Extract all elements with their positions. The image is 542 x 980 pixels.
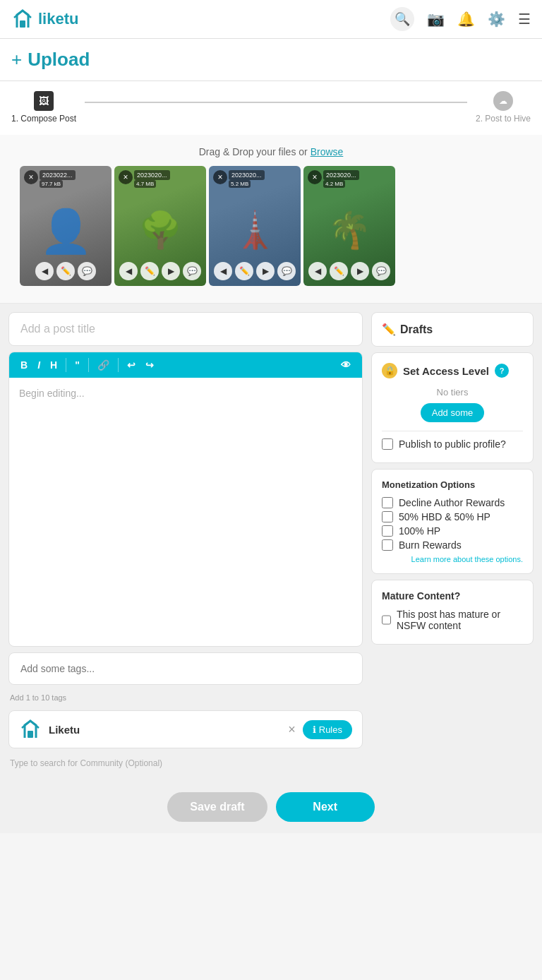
add-some-button[interactable]: Add some xyxy=(421,403,485,422)
link-button[interactable]: 🔗 xyxy=(93,357,114,374)
thumb-2-actions: ◀ ✏️ ▶ 💬 xyxy=(119,262,201,280)
step-connector xyxy=(85,102,467,103)
italic-button[interactable]: I xyxy=(33,357,44,374)
thumb-2-right[interactable]: ▶ xyxy=(162,262,180,280)
mature-content-card: Mature Content? This post has mature or … xyxy=(371,580,534,645)
thumb-3-left[interactable]: ◀ xyxy=(214,262,232,280)
thumb-2-chat[interactable]: 💬 xyxy=(183,262,201,280)
steps-bar: 🖼 1. Compose Post ☁ 2. Post to Hive xyxy=(0,81,542,135)
thumb-3-chat[interactable]: 💬 xyxy=(277,262,296,280)
bell-icon[interactable]: 🔔 xyxy=(457,11,475,28)
community-name: Liketu xyxy=(49,724,281,736)
step-2-label: 2. Post to Hive xyxy=(476,114,531,124)
thumb-1-chat[interactable]: 💬 xyxy=(78,262,96,280)
toolbar-sep-1 xyxy=(66,358,66,372)
svg-rect-0 xyxy=(20,20,25,28)
access-lock-icon: 🔒 xyxy=(382,363,397,378)
bottom-bar: Save draft Next xyxy=(0,781,542,833)
100hp-row: 100% HP xyxy=(382,525,523,537)
drafts-icon: ✏️ xyxy=(382,323,396,336)
bold-button[interactable]: B xyxy=(16,357,32,374)
hbd-hp-row: 50% HBD & 50% HP xyxy=(382,511,523,522)
tags-input[interactable] xyxy=(8,652,363,685)
remove-thumb-4[interactable]: × xyxy=(308,170,322,184)
preview-button[interactable]: 👁 xyxy=(337,357,355,374)
thumbnail-4[interactable]: × 2023020... 4.2 MB 🌴 ◀ ✏️ ▶ 💬 xyxy=(303,166,395,286)
save-draft-button[interactable]: Save draft xyxy=(167,792,267,822)
100hp-checkbox[interactable] xyxy=(382,525,393,537)
remove-thumb-3[interactable]: × xyxy=(213,170,227,184)
redo-button[interactable]: ↪ xyxy=(141,357,158,374)
dropzone[interactable]: Drag & Drop your files or Browse × 20230… xyxy=(0,135,542,304)
thumb-3-right[interactable]: ▶ xyxy=(256,262,275,280)
thumb-2-edit[interactable]: ✏️ xyxy=(140,262,159,280)
thumbnail-1[interactable]: × 2023022... 97.7 kB 👤 ◀ ✏️ 💬 xyxy=(20,166,112,286)
thumb-1-label: 2023022... xyxy=(40,170,76,180)
thumbnail-3[interactable]: × 2023020... 5.2 MB 🗼 ◀ ✏️ ▶ 💬 xyxy=(209,166,301,286)
right-panel: ✏️ Drafts 🔒 Set Access Level ? No tiers … xyxy=(371,312,534,772)
thumb-1-edit[interactable]: ✏️ xyxy=(56,262,75,280)
access-title: 🔒 Set Access Level ? xyxy=(382,363,523,378)
thumb-4-edit[interactable]: ✏️ xyxy=(330,262,348,280)
access-help-button[interactable]: ? xyxy=(495,364,509,378)
thumb-4-right[interactable]: ▶ xyxy=(351,262,369,280)
editor-body[interactable]: Begin editing... xyxy=(9,378,362,646)
step-2: ☁ 2. Post to Hive xyxy=(476,91,531,124)
community-remove-button[interactable]: × xyxy=(288,722,296,737)
remove-thumb-2[interactable]: × xyxy=(119,170,133,184)
thumbnails-row: × 2023022... 97.7 kB 👤 ◀ ✏️ 💬 × 2023020.… xyxy=(11,166,531,292)
page-title-bar: + Upload xyxy=(0,39,542,81)
thumb-2-left[interactable]: ◀ xyxy=(119,262,138,280)
step-2-icon: ☁ xyxy=(493,91,513,111)
thumb-2-size: 4.7 MB xyxy=(134,180,156,188)
community-logo-icon xyxy=(19,718,42,741)
thumb-3-size: 5.2 MB xyxy=(229,180,251,188)
post-title-input[interactable] xyxy=(8,312,363,346)
toolbar-sep-2 xyxy=(88,358,89,372)
next-button[interactable]: Next xyxy=(276,792,375,822)
undo-button[interactable]: ↩ xyxy=(123,357,140,374)
thumb-4-left[interactable]: ◀ xyxy=(308,262,327,280)
monetization-card: Monetization Options Decline Author Rewa… xyxy=(371,469,534,574)
thumb-2-label: 2023020... xyxy=(134,170,170,180)
gear-icon[interactable]: ⚙️ xyxy=(488,11,505,28)
logo-text: liketu xyxy=(38,10,78,28)
thumb-4-chat[interactable]: 💬 xyxy=(372,262,390,280)
thumb-3-actions: ◀ ✏️ ▶ 💬 xyxy=(214,262,296,280)
publish-public-checkbox[interactable] xyxy=(382,438,393,450)
hbd-hp-checkbox[interactable] xyxy=(382,511,393,522)
search-icon[interactable]: 🔍 xyxy=(390,7,414,31)
header-icons: 🔍 📷 🔔 ⚙️ ☰ xyxy=(390,7,531,31)
thumb-4-actions: ◀ ✏️ ▶ 💬 xyxy=(308,262,390,280)
logo-icon xyxy=(11,8,34,30)
thumb-4-label: 2023020... xyxy=(323,170,359,180)
thumb-1-size: 97.7 kB xyxy=(40,180,63,188)
step-1: 🖼 1. Compose Post xyxy=(11,91,76,124)
thumb-1-actions: ◀ ✏️ 💬 xyxy=(35,262,96,280)
mature-content-checkbox[interactable] xyxy=(382,614,391,626)
logo[interactable]: liketu xyxy=(11,8,78,30)
editor-toolbar: B I H " 🔗 ↩ ↪ 👁 xyxy=(9,352,362,378)
thumb-1-left[interactable]: ◀ xyxy=(35,262,54,280)
thumbnail-2[interactable]: × 2023020... 4.7 MB 🌳 ◀ ✏️ ▶ 💬 xyxy=(114,166,206,286)
thumb-3-edit[interactable]: ✏️ xyxy=(235,262,253,280)
remove-thumb-1[interactable]: × xyxy=(24,170,38,184)
menu-icon[interactable]: ☰ xyxy=(518,11,531,28)
add-icon[interactable]: + xyxy=(11,49,22,71)
camera-icon[interactable]: 📷 xyxy=(427,11,445,28)
decline-rewards-checkbox[interactable] xyxy=(382,497,393,508)
rules-button[interactable]: ℹ Rules xyxy=(303,720,352,739)
decline-rewards-row: Decline Author Rewards xyxy=(382,497,523,508)
monetization-title: Monetization Options xyxy=(382,479,523,490)
info-icon: ℹ xyxy=(313,724,316,735)
no-tiers-text: No tiers xyxy=(382,387,523,398)
learn-more-link[interactable]: Learn more about these options. xyxy=(382,555,523,563)
toolbar-sep-3 xyxy=(118,358,119,372)
mature-title: Mature Content? xyxy=(382,590,523,602)
community-bar: Liketu × ℹ Rules xyxy=(8,710,363,748)
browse-link[interactable]: Browse xyxy=(311,146,344,157)
step-1-icon: 🖼 xyxy=(34,91,54,111)
burn-rewards-checkbox[interactable] xyxy=(382,539,393,551)
quote-button[interactable]: " xyxy=(71,357,84,374)
heading-button[interactable]: H xyxy=(46,357,61,374)
